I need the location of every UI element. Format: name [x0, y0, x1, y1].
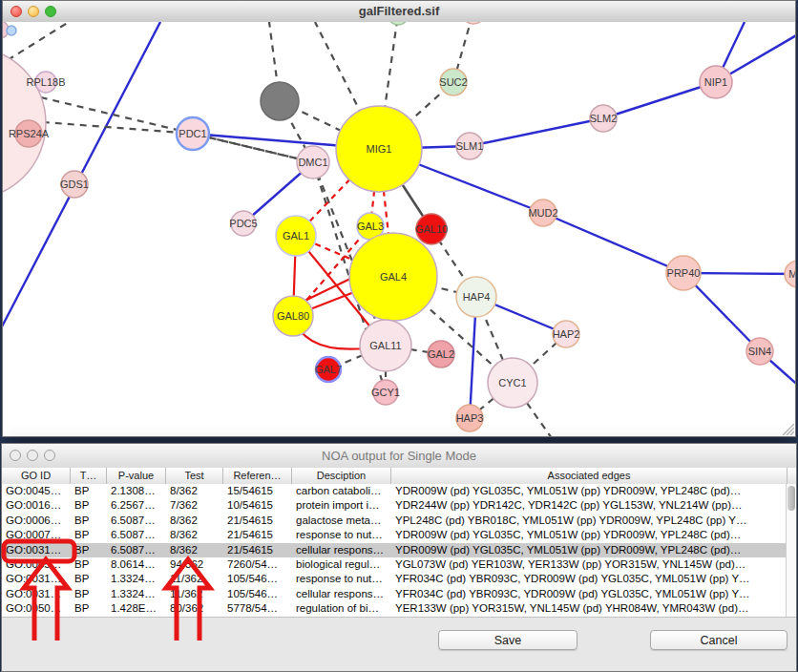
table-cell: 8/362: [166, 514, 223, 528]
table-cell: GO:0065…: [2, 557, 71, 572]
table-row[interactable]: GO:0050…BP1.428E…80/3625778/54…regulatio…: [2, 601, 786, 616]
graph-node-label-HAP4: HAP4: [463, 291, 491, 303]
graph-node-label-SLM1: SLM1: [456, 140, 484, 152]
table-cell: 10/54615: [223, 498, 292, 513]
table-scrollbar[interactable]: [786, 484, 796, 617]
table-row[interactable]: GO:0031…BP1.3324…11/362105/546…response …: [2, 572, 786, 586]
table-row[interactable]: GO:0065…BP8.0614…94/3627260/54…biologica…: [2, 557, 786, 572]
table-cell: response to nut…: [292, 572, 391, 586]
graph-node-label-RPS24A: RPS24A: [9, 128, 50, 139]
table-cell: 105/546…: [223, 587, 292, 601]
table-row[interactable]: GO:0031…BP6.5087…8/36221/54615cellular r…: [2, 543, 786, 557]
graph-node-label-GAL80: GAL80: [277, 310, 309, 322]
table-cell: response to nut…: [292, 528, 391, 542]
graph-node-label-GAL10: GAL10: [415, 223, 448, 235]
table-cell: 6.2567…: [107, 498, 166, 513]
table-row[interactable]: GO:0006…BP6.5087…8/36221/54615galactose …: [2, 514, 786, 528]
table-cell: YDR009W (pd) YGL035C, YML051W (pp) YDR00…: [391, 484, 786, 498]
table-cell: YDR009W (pd) YGL035C, YML051W (pp) YDR00…: [391, 543, 786, 557]
table-cell: 5778/54…: [223, 601, 292, 616]
table-row[interactable]: GO:0031…BP1.3324…11/362105/546…cellular …: [2, 587, 786, 601]
graph-node-label-MSI: MSI: [788, 268, 795, 280]
table-cell: GO:0016…: [2, 498, 71, 513]
noa-window-titlebar[interactable]: NOA output for Single Mode: [2, 444, 796, 469]
table-cell: BP: [71, 514, 107, 528]
graph-edge-blue[interactable]: [543, 213, 683, 273]
network-canvas[interactable]: RPL18BRPS24AGDS1PDC1MIG1DMC1SUC2SLM1SLM2…: [3, 22, 795, 436]
graph-edge-blue[interactable]: [603, 82, 716, 118]
graph-node-label-MUD2: MUD2: [528, 207, 557, 219]
table-cell: 6.5087…: [107, 528, 166, 542]
table-cell: BP: [71, 557, 107, 572]
table-cell: YDR244W (pp) YDR142C, YDR142C (pp) YGL15…: [391, 498, 786, 513]
column-header-referen-[interactable]: Referen…: [223, 468, 292, 484]
table-cell: YFR034C (pd) YBR093C, YDR009W (pd) YGL03…: [391, 572, 786, 586]
save-button[interactable]: Save: [438, 630, 578, 650]
resize-grip-icon[interactable]: [779, 420, 794, 435]
table-cell: GO:0007…: [2, 528, 71, 542]
graph-edge-blue[interactable]: [470, 118, 603, 146]
table-cell: BP: [71, 528, 107, 542]
table-cell: BP: [71, 543, 107, 557]
graph-node-label-GAL4: GAL4: [380, 271, 407, 283]
graph-node-top-green[interactable]: [388, 22, 409, 25]
table-cell: 8.0614…: [107, 557, 166, 572]
table-row[interactable]: GO:0007…BP6.5087…8/36221/54615response t…: [2, 528, 786, 542]
table-cell: YER133W (pp) YOR315W, YNL145W (pd) YHR08…: [391, 601, 786, 616]
table-cell: cellular respons…: [292, 543, 391, 557]
table-row[interactable]: GO:0016…BP6.2567…7/36210/54615protein im…: [2, 498, 786, 513]
table-cell: YPL248C (pd) YBR018C, YML051W (pp) YDR00…: [391, 514, 786, 528]
graph-node-label-GAL2: GAL2: [428, 348, 454, 360]
cancel-button[interactable]: Cancel: [650, 630, 788, 650]
graph-node-label-SIN4: SIN4: [748, 346, 771, 357]
column-header-go-id[interactable]: GO ID: [2, 468, 71, 484]
graph-node-gray-node[interactable]: [261, 82, 299, 120]
column-header-t-[interactable]: T…: [71, 468, 107, 484]
table-cell: 21/54615: [223, 514, 292, 528]
column-header-p-value[interactable]: P-value: [107, 468, 166, 484]
table-cell: YGL073W (pd) YER103W, YER133W (pp) YOR31…: [391, 557, 786, 572]
table-cell: 8/362: [166, 543, 223, 557]
graph-node-label-SUC2: SUC2: [439, 76, 467, 88]
table-cell: regulation of bi…: [292, 601, 391, 616]
graph-node-corner-blue[interactable]: [7, 26, 16, 35]
table-cell: 1.428E…: [107, 601, 166, 616]
graph-node-top-pink[interactable]: [461, 22, 486, 24]
table-row[interactable]: GO:0045…BP2.1308…8/36215/54615carbon cat…: [2, 484, 786, 498]
column-header-test[interactable]: Test: [166, 468, 223, 484]
table-cell: GO:0031…: [2, 572, 71, 586]
table-cell: 7260/54…: [223, 557, 292, 572]
table-cell: 15/54615: [223, 484, 292, 498]
scrollbar-thumb[interactable]: [788, 486, 795, 511]
table-cell: cellular respons…: [292, 587, 391, 601]
graph-node-label-HAP3: HAP3: [456, 412, 484, 424]
table-cell: GO:0050…: [2, 601, 71, 616]
graph-window-title: galFiltered.sif: [3, 4, 795, 18]
table-cell: GO:0006…: [2, 514, 71, 528]
results-table-body: GO:0045…BP2.1308…8/36215/54615carbon cat…: [2, 484, 786, 617]
table-cell: 11/362: [166, 572, 223, 586]
graph-node-label-DMC1: DMC1: [298, 157, 327, 168]
network-graph: RPL18BRPS24AGDS1PDC1MIG1DMC1SUC2SLM1SLM2…: [3, 22, 795, 436]
table-cell: 8/362: [166, 484, 223, 498]
graph-node-label-HAP2: HAP2: [553, 328, 580, 340]
graph-node-label-GAL7: GAL7: [315, 364, 342, 375]
table-cell: 105/546…: [223, 572, 292, 586]
table-cell: YFR034C (pd) YBR093C, YDR009W (pd) YGL03…: [391, 587, 786, 601]
results-table-header: GO IDT…P-valueTestReferen…DesciptionAsso…: [2, 468, 796, 485]
table-cell: 6.5087…: [107, 543, 166, 557]
column-header-associated-edges[interactable]: Associated edges: [391, 468, 788, 484]
table-cell: BP: [71, 587, 107, 601]
graph-edge-dash[interactable]: [8, 22, 69, 60]
graph-node-label-GAL11: GAL11: [369, 340, 401, 351]
table-cell: GO:0031…: [2, 543, 71, 557]
graph-node-label-GAL3: GAL3: [357, 220, 384, 232]
graph-node-label-SLM2: SLM2: [590, 113, 618, 124]
column-header-desciption[interactable]: Desciption: [292, 468, 391, 484]
noa-window-title: NOA output for Single Mode: [2, 449, 796, 463]
table-cell: 94/362: [166, 557, 223, 572]
table-cell: BP: [71, 572, 107, 586]
table-cell: GO:0045…: [2, 484, 71, 498]
graph-window-titlebar[interactable]: galFiltered.sif: [3, 1, 795, 23]
graph-node-label-PDC5: PDC5: [229, 218, 257, 229]
